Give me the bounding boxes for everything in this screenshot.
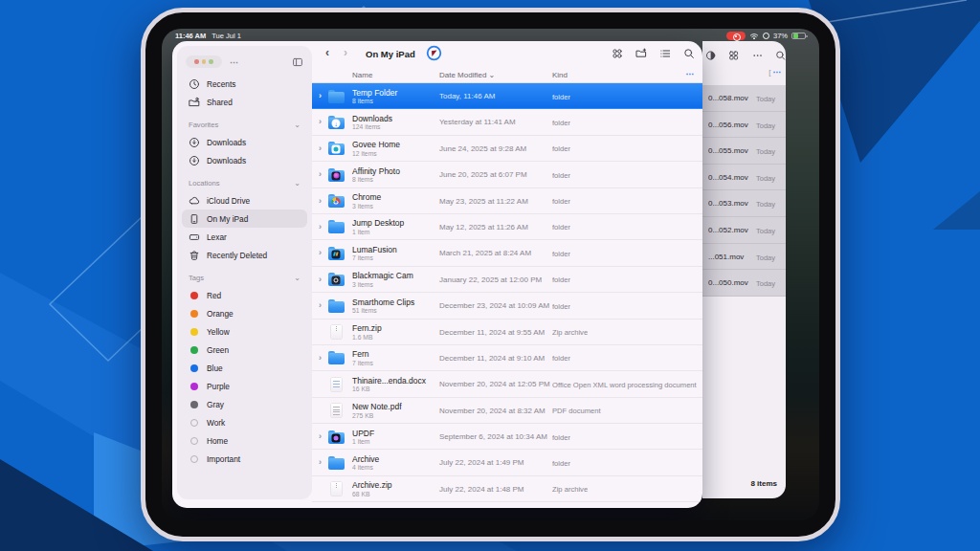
back-file-row[interactable]: 0...053.mov Today [702, 190, 786, 217]
orientation-lock-icon [763, 33, 769, 39]
list-view-icon[interactable] [659, 48, 671, 59]
sidebar-item[interactable]: On My iPad [182, 209, 307, 228]
file-row[interactable]: › Archive 4 items July 22, 2024 at 1:49 … [312, 450, 702, 475]
disclosure-chevron-icon[interactable]: › [319, 275, 322, 284]
view-circles-icon[interactable] [612, 48, 623, 59]
sidebar-item[interactable]: Recently Deleted [182, 246, 307, 264]
disclosure-chevron-icon[interactable]: › [319, 91, 322, 100]
sidebar-tag-item[interactable]: Purple [182, 377, 307, 395]
app-badge [332, 120, 341, 128]
minimize-button[interactable] [202, 59, 207, 64]
file-row[interactable]: › Chrome 3 items May 23, 2025 at 11:22 A… [312, 188, 702, 214]
sidebar-tag-item[interactable]: Gray [182, 395, 307, 413]
files-window: ⋯ Recents Shared [172, 41, 702, 508]
file-row[interactable]: › Affinity Photo 8 items June 20, 2025 a… [312, 162, 702, 187]
zoom-button[interactable] [209, 59, 213, 64]
column-name[interactable]: Name [352, 71, 372, 79]
sidebar-tag-item[interactable]: Home [182, 431, 307, 450]
back-button[interactable]: ‹ [325, 46, 329, 59]
back-file-row[interactable]: 0...056.mov Today [702, 112, 786, 139]
screen-recording-indicator[interactable] [726, 32, 746, 40]
sidebar-item[interactable]: iCloud Drive [182, 191, 307, 209]
ipad-icon [189, 213, 200, 225]
sidebar-section-favorites[interactable]: Favorites ⌄ [189, 118, 301, 132]
file-row[interactable]: › Blackmagic Cam 3 items January 22, 202… [312, 267, 702, 293]
file-row[interactable]: New Note.pdf 275 KB November 20, 2024 at… [312, 398, 702, 424]
file-row[interactable]: › Fern 7 items December 11, 2024 at 9:10… [312, 345, 702, 371]
back-file-row[interactable]: 0...058.mov Today [702, 85, 786, 112]
search-icon[interactable] [683, 48, 695, 59]
chevron-down-icon[interactable]: ⌄ [294, 179, 301, 187]
file-row[interactable]: Thinaire...enda.docx 16 KB November 20, … [312, 371, 702, 397]
file-row[interactable]: Fern.zip 1.6 MB December 11, 2024 at 9:5… [312, 320, 702, 345]
file-row[interactable]: › Jump Desktop 1 item May 12, 2025 at 11… [312, 214, 702, 240]
file-name: Affinity Photo [352, 166, 400, 176]
new-folder-icon[interactable] [635, 48, 647, 59]
disclosure-chevron-icon[interactable]: › [319, 222, 322, 231]
squares-grid-icon[interactable] [728, 50, 739, 61]
back-file-row[interactable]: 0...052.mov Today [702, 217, 786, 244]
traffic-light-buttons[interactable] [186, 55, 222, 68]
file-row[interactable]: › Smarthome Clips 51 items December 23, … [312, 293, 702, 319]
sidebar-item[interactable]: Downloads [182, 133, 307, 151]
file-row[interactable]: › Downloads 124 items Yesterday at 11:41… [312, 109, 702, 135]
sidebar-item[interactable]: Downloads [182, 151, 307, 169]
disclosure-chevron-icon[interactable]: › [319, 143, 322, 153]
file-row[interactable]: › Govee Home 12 items June 24, 2025 at 9… [312, 136, 702, 162]
sidebar-item[interactable]: Recents [182, 75, 307, 93]
sidebar-tag-item[interactable]: Yellow [182, 322, 307, 341]
window-more-icon[interactable]: ⋯ [230, 57, 239, 67]
back-window-header-more[interactable]: [⋯ [768, 68, 781, 77]
half-circle-icon[interactable] [705, 50, 716, 61]
tag-label: Green [207, 345, 229, 355]
close-button[interactable] [194, 59, 199, 64]
sidebar-item[interactable]: Shared [182, 93, 307, 111]
file-kind: folder [552, 171, 570, 180]
disclosure-chevron-icon[interactable]: › [319, 353, 322, 363]
disclosure-chevron-icon[interactable]: › [319, 431, 322, 441]
more-icon[interactable]: ⋯ [773, 68, 782, 77]
back-file-row[interactable]: ...051.mov Today [702, 244, 786, 271]
file-name: Downloads [352, 114, 392, 123]
file-detail: 124 items [352, 123, 380, 130]
sidebar-tag-item[interactable]: Blue [182, 359, 307, 377]
forward-button[interactable]: › [344, 46, 347, 59]
file-row[interactable]: › UPDF 1 item September 6, 2024 at 10:34… [312, 424, 702, 450]
file-row[interactable]: › LumaFusion 7 items March 21, 2025 at 8… [312, 240, 702, 266]
disclosure-chevron-icon[interactable]: › [319, 169, 322, 179]
chevron-down-icon[interactable]: ⌄ [294, 121, 301, 129]
bracket-glyph: [ [768, 68, 770, 77]
ellipsis-icon[interactable] [752, 50, 763, 61]
file-row[interactable]: › Temp Folder 8 items Today, 11:46 AM fo… [312, 83, 702, 109]
section-title: Tags [189, 274, 204, 282]
columns-more-icon[interactable]: ⋯ [686, 70, 695, 78]
back-file-row[interactable]: 0...050.mov Today [702, 270, 786, 297]
column-kind[interactable]: Kind [552, 71, 568, 79]
disclosure-chevron-icon[interactable]: › [319, 196, 322, 206]
file-detail: 16 KB [352, 386, 370, 392]
sidebar-tag-item[interactable]: Important [182, 450, 307, 468]
disclosure-chevron-icon[interactable]: › [319, 457, 322, 467]
back-file-row[interactable]: 0...055.mov Today [702, 138, 786, 165]
disclosure-chevron-icon[interactable]: › [319, 300, 322, 310]
file-kind: folder [552, 197, 570, 206]
background-files-window[interactable]: [⋯ 0...058.mov Today 0...056.mov Today [702, 41, 786, 498]
sidebar-section-tags[interactable]: Tags ⌄ [189, 271, 301, 285]
back-file-name: 0...054.mov [708, 173, 748, 182]
sidebar-tag-item[interactable]: Red [182, 286, 307, 304]
sidebar-tag-item[interactable]: Orange [182, 304, 307, 322]
sidebar-toggle-icon[interactable] [292, 56, 303, 68]
sidebar-tag-item[interactable]: Work [182, 413, 307, 431]
column-date-modified[interactable]: Date Modified ⌄ [439, 71, 495, 79]
sidebar-tag-item[interactable]: Green [182, 341, 307, 359]
tag-label: Home [207, 436, 228, 446]
back-file-row[interactable]: 0...054.mov Today [702, 165, 786, 191]
disclosure-chevron-icon[interactable]: › [319, 117, 322, 126]
search-icon[interactable] [775, 50, 786, 61]
sidebar-item[interactable]: Lexar [182, 228, 307, 246]
file-row[interactable]: Archive.zip 68 KB July 22, 2024 at 1:48 … [312, 476, 702, 502]
chevron-down-icon[interactable]: ⌄ [294, 274, 301, 282]
file-detail: 1 item [352, 438, 370, 445]
sidebar-section-locations[interactable]: Locations ⌄ [189, 176, 301, 190]
disclosure-chevron-icon[interactable]: › [319, 248, 322, 257]
